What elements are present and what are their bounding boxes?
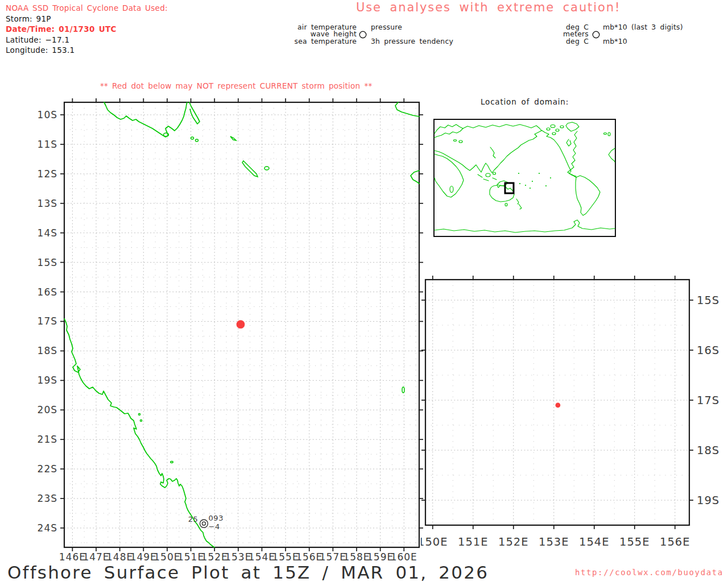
lat-axis-label: 22S (38, 463, 57, 475)
lat-axis-label: 23S (38, 493, 57, 504)
longitude-line: Longitude: 153.1 (6, 45, 168, 56)
lon-axis-label: 153E (225, 551, 251, 563)
lat-axis-label: 19S (38, 375, 57, 386)
inset-border (434, 119, 615, 236)
world-inset-map (433, 119, 616, 237)
lat-axis-label: 14S (38, 227, 57, 239)
datetime-line: Date/Time: 01/1730 UTC (6, 24, 168, 35)
storm-position-dot (237, 320, 245, 329)
noaa-data-line: NOAA SSD Tropical Cyclone Data Used: (6, 3, 168, 14)
lat-axis-label: 12S (38, 168, 57, 180)
station-air-temp: 25 (188, 515, 198, 523)
legend-sea-temp-label: sea temperature (287, 38, 357, 45)
caution-headline: Use analyses with extreme caution! (356, 1, 621, 14)
lat-axis-label: 21S (38, 434, 57, 445)
legend-right-units: deg C meters deg C (543, 24, 589, 45)
lat-axis-label: 18S (697, 444, 719, 457)
lon-axis-label: 152E (498, 535, 529, 548)
lon-axis-label: 151E (458, 535, 489, 548)
lon-axis-label: 153E (539, 535, 569, 548)
storm-position-dot (555, 402, 560, 408)
zoomed-map: 150E151E152E153E154E155E156E15S16S17S18S… (421, 275, 728, 559)
lon-axis-label: 149E (130, 551, 157, 563)
lon-axis-label: 156E (660, 535, 690, 548)
world-coastlines (435, 122, 615, 232)
lat-axis-label: 19S (697, 494, 719, 507)
coastline-png (104, 102, 419, 393)
lon-axis-label: 151E (177, 551, 204, 563)
station-circle-icon (592, 30, 601, 39)
lat-axis-label: 16S (697, 344, 719, 357)
offshore-surface-plot: NOAA SSD Tropical Cyclone Data Used: Sto… (0, 0, 728, 582)
lon-axis-label: 152E (201, 551, 228, 563)
lat-axis-label: 15S (38, 257, 57, 268)
lat-axis-label: 10S (38, 109, 57, 120)
lon-axis-label: 154E (579, 535, 610, 548)
inset-title: Location of domain: (433, 97, 616, 106)
storm-id-line: Storm: 91P (6, 14, 168, 24)
main-map: 146E147E148E149E150E151E152E153E154E155E… (31, 98, 425, 566)
legend-pressure-label: pressure (371, 24, 453, 31)
lon-axis-label: 150E (421, 535, 448, 548)
lon-axis-label: 148E (106, 551, 133, 563)
legend-left-labels: air temperature wave height sea temperat… (287, 24, 357, 45)
lon-axis-label: 157E (320, 551, 346, 563)
station-pressure: 093 (208, 514, 224, 522)
legend-mb10-digits-label: mb*10 (last 3 digits) (603, 24, 683, 31)
lon-axis-label: 150E (154, 551, 180, 563)
lon-axis-label: 156E (296, 551, 322, 563)
storm-position-warning: ** Red dot below may NOT represent CURRE… (100, 81, 372, 90)
lon-axis-label: 146E (59, 551, 86, 563)
lon-axis-label: 155E (272, 551, 299, 563)
lat-axis-label: 15S (697, 294, 719, 307)
lon-axis-label: 155E (619, 535, 650, 548)
plot-title: Offshore Surface Plot at 15Z / MAR 01, 2… (7, 562, 489, 582)
legend-tendency-label: 3h pressure tendency (371, 38, 453, 45)
legend-right-values: mb*10 (last 3 digits) mb*10 (603, 24, 683, 45)
legend-left-values: pressure 3h pressure tendency (371, 24, 453, 45)
legend-degc-label-2: deg C (543, 38, 589, 45)
station-circle-icon (358, 30, 367, 39)
station-plot: 25 093 −4 (188, 514, 224, 531)
lat-axis-label: 24S (38, 522, 57, 534)
lat-axis-label: 17S (697, 394, 719, 407)
storm-info-block: NOAA SSD Tropical Cyclone Data Used: Sto… (6, 3, 168, 56)
lat-axis-label: 17S (38, 315, 57, 327)
lon-axis-label: 158E (343, 551, 370, 563)
lon-axis-label: 147E (82, 551, 109, 563)
station-pressure-tendency: −4 (208, 522, 220, 531)
lat-axis-label: 11S (38, 139, 57, 150)
lat-axis-label: 20S (38, 404, 57, 415)
lat-axis-label: 16S (38, 286, 57, 298)
lat-axis-label: 13S (38, 198, 57, 209)
latitude-line: Latitude: −17.1 (6, 35, 168, 45)
zoom-map-border (425, 280, 689, 525)
lon-axis-label: 154E (249, 551, 275, 563)
lon-axis-label: 159E (367, 551, 394, 563)
lat-axis-label: 18S (38, 345, 57, 356)
source-url: http://coolwx.com/buoydata (575, 568, 723, 577)
lon-axis-label: 160E (391, 551, 417, 563)
legend-mb10-label: mb*10 (603, 38, 683, 45)
